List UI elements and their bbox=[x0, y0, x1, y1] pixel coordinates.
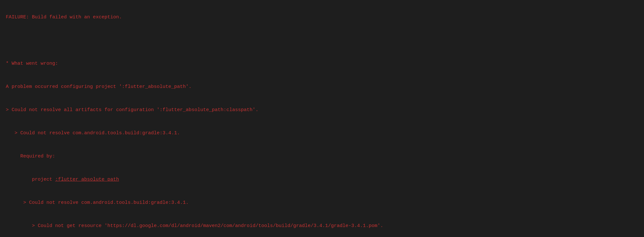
line-required-by: Required by: bbox=[6, 154, 55, 159]
line-could-not-resolve-gradle: > Could not resolve com.android.tools.bu… bbox=[6, 130, 180, 136]
line-what-went-wrong: * What went wrong: bbox=[6, 61, 58, 66]
line-problem: A problem occurred configuring project '… bbox=[6, 84, 192, 90]
line-blank-1 bbox=[6, 38, 9, 43]
flutter-absolute-path-link[interactable]: :flutter_absolute_path bbox=[55, 177, 119, 182]
terminal-output: FAILURE: Build failed with an exception.… bbox=[6, 6, 638, 237]
line-project-link-prefix: project bbox=[6, 177, 55, 182]
line-could-not-resolve-2: > Could not resolve com.android.tools.bu… bbox=[6, 200, 189, 205]
line-could-not-resolve-artifacts: > Could not resolve all artifacts for co… bbox=[6, 107, 258, 113]
line-could-not-get-resource: > Could not get resource 'https://dl.goo… bbox=[6, 223, 383, 229]
line-failure: FAILURE: Build failed with an exception. bbox=[6, 14, 122, 20]
